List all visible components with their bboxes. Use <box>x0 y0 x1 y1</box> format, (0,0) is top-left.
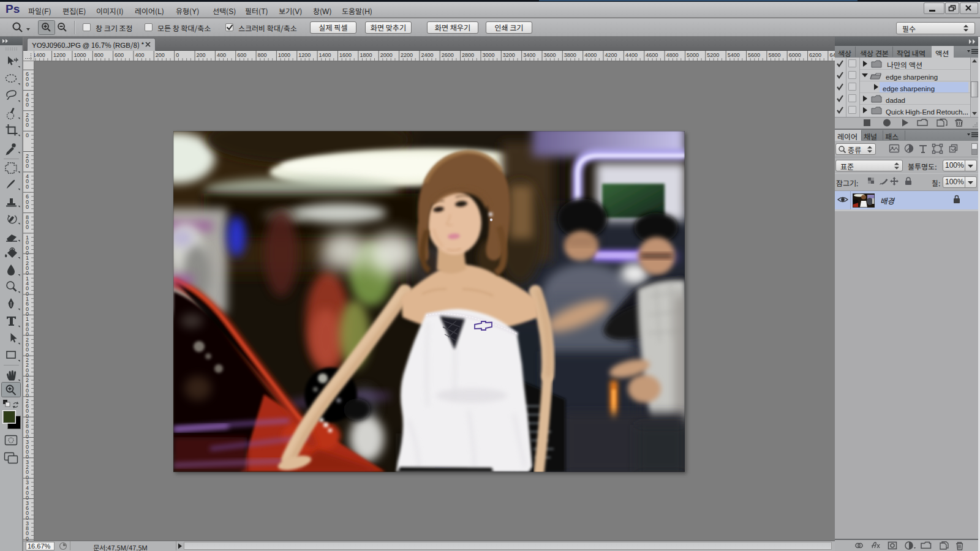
svg-text:600: 600 <box>115 52 124 58</box>
svg-text:6000: 6000 <box>789 52 801 58</box>
svg-text:0: 0 <box>26 184 29 190</box>
svg-text:4200: 4200 <box>605 52 617 58</box>
svg-text:3000: 3000 <box>483 52 495 58</box>
svg-text:6200: 6200 <box>809 52 821 58</box>
svg-text:1000: 1000 <box>278 52 290 58</box>
svg-text:1200: 1200 <box>53 52 66 58</box>
svg-text:0: 0 <box>26 224 29 230</box>
svg-text:4400: 4400 <box>625 52 638 58</box>
svg-text:3200: 3200 <box>503 52 515 58</box>
svg-text:4800: 4800 <box>666 52 679 58</box>
svg-text:0: 0 <box>26 122 29 128</box>
svg-text:1400: 1400 <box>319 52 331 58</box>
svg-text:0: 0 <box>26 132 29 138</box>
svg-text:0: 0 <box>26 81 29 88</box>
svg-text:3800: 3800 <box>564 52 576 58</box>
svg-text:1400: 1400 <box>34 52 45 58</box>
svg-text:5800: 5800 <box>768 52 780 58</box>
svg-text:3600: 3600 <box>544 52 556 58</box>
svg-text:2600: 2600 <box>442 52 454 58</box>
svg-text:1000: 1000 <box>74 52 86 58</box>
svg-text:1600: 1600 <box>339 52 352 58</box>
svg-text:5600: 5600 <box>748 52 760 58</box>
svg-text:800: 800 <box>258 52 267 58</box>
svg-text:200: 200 <box>156 52 165 58</box>
svg-text:1200: 1200 <box>298 52 311 58</box>
svg-text:6400: 6400 <box>829 52 835 58</box>
svg-text:3400: 3400 <box>523 52 535 58</box>
svg-text:0: 0 <box>26 536 29 541</box>
svg-text:1800: 1800 <box>360 52 372 58</box>
svg-text:0: 0 <box>176 52 179 58</box>
svg-text:400: 400 <box>135 52 145 58</box>
svg-text:4600: 4600 <box>646 52 658 58</box>
svg-text:0: 0 <box>26 102 29 108</box>
svg-text:5200: 5200 <box>707 52 719 58</box>
svg-text:2400: 2400 <box>421 52 433 58</box>
svg-text:0: 0 <box>26 163 29 169</box>
svg-text:2000: 2000 <box>380 52 393 58</box>
svg-text:4000: 4000 <box>584 52 597 58</box>
svg-text:5000: 5000 <box>687 52 699 58</box>
svg-text:600: 600 <box>237 52 246 58</box>
svg-text:0: 0 <box>26 204 29 210</box>
svg-text:400: 400 <box>217 52 226 58</box>
svg-text:200: 200 <box>197 52 206 58</box>
svg-text:5400: 5400 <box>728 52 740 58</box>
svg-text:800: 800 <box>94 52 104 58</box>
svg-text:2800: 2800 <box>462 52 474 58</box>
svg-text:2200: 2200 <box>401 52 413 58</box>
